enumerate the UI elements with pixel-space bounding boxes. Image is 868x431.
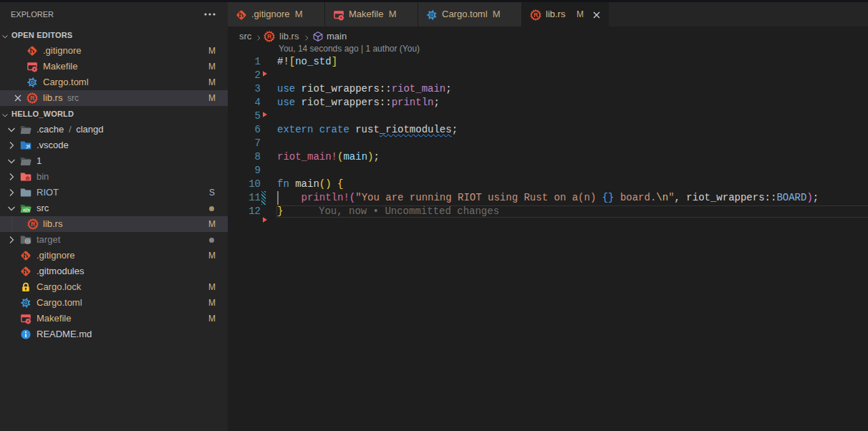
svg-text:R: R	[534, 11, 539, 19]
svg-text:R: R	[267, 33, 272, 40]
svg-text:</>: </>	[23, 208, 30, 213]
svg-text:R: R	[30, 95, 35, 102]
svg-text:R: R	[31, 221, 36, 228]
